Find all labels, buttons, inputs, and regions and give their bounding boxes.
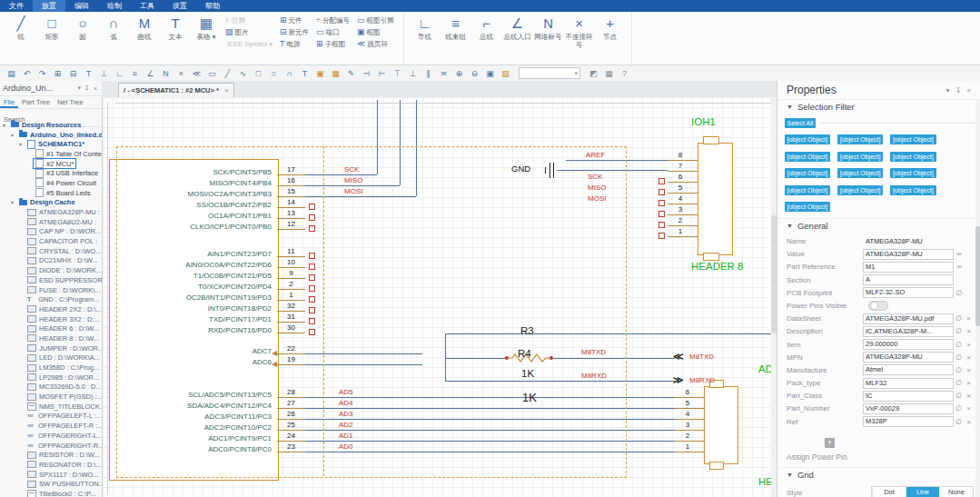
curve-icon[interactable]: ∿: [235, 66, 251, 81]
place-new-part-icon[interactable]: ⊟: [65, 66, 81, 81]
net-label-sck[interactable]: SCK: [344, 165, 359, 174]
net-label-mosi-2[interactable]: MOSI: [588, 194, 606, 203]
align-left-icon[interactable]: ⊣: [359, 66, 374, 81]
ribbon-tool[interactable]: + 节点: [595, 15, 626, 49]
selection-filter-icon[interactable]: ◩: [586, 66, 601, 81]
ribbon-tool-small[interactable]: ÷分配编号: [316, 15, 350, 26]
filter-chip[interactable]: [object Object]: [890, 185, 936, 195]
link-icon[interactable]: ∞: [954, 250, 965, 258]
filter-chip[interactable]: [object Object]: [785, 134, 831, 144]
tree-item[interactable]: OFFPAGELEFT-L :...: [0, 412, 102, 422]
net-label-mosi[interactable]: MOSI: [344, 187, 362, 195]
tree-item[interactable]: OFFPAGERIGHT-L...: [0, 431, 102, 441]
property-value-input[interactable]: Atmel: [863, 364, 954, 375]
tree-item[interactable]: ESD SUPPRESSOR...: [0, 275, 102, 285]
visibility-eye-icon[interactable]: ∅: [954, 366, 964, 374]
net-label-ad2[interactable]: AD2: [339, 421, 353, 429]
place-power-icon[interactable]: ⊥: [96, 66, 112, 81]
zoom-fit-icon[interactable]: ▣: [482, 66, 498, 81]
menu-item[interactable]: 绘制: [98, 0, 131, 12]
ribbon-tool-small[interactable]: ▣框图: [357, 26, 394, 38]
filter-chip[interactable]: [object Object]: [785, 152, 831, 162]
delete-property-icon[interactable]: ×: [964, 327, 974, 335]
net-label-ad0[interactable]: AD0: [339, 442, 353, 451]
add-property-button[interactable]: +: [825, 438, 835, 448]
expander-icon[interactable]: ▾: [11, 132, 17, 138]
line-icon[interactable]: ╱: [220, 66, 235, 81]
property-value-input[interactable]: VxP-00029: [863, 403, 954, 414]
tree-item[interactable]: ▾ Design Resources: [0, 120, 102, 130]
property-value-input[interactable]: ATMEGA328P-MU: [863, 352, 954, 363]
ribbon-tool[interactable]: ○ 圆: [67, 15, 98, 41]
image-icon[interactable]: ▨: [498, 66, 513, 81]
expander-icon[interactable]: ▾: [11, 199, 17, 205]
project-panel-tab[interactable]: Net Tree: [54, 96, 87, 108]
tree-item[interactable]: ▾ Design Cache: [0, 198, 102, 208]
header-pin[interactable]: 1: [658, 229, 700, 240]
menu-item[interactable]: 编辑: [65, 0, 98, 12]
net-label-aref[interactable]: AREF: [586, 151, 605, 159]
ribbon-tool-small[interactable]: T电源: [280, 38, 309, 50]
property-value-input[interactable]: IC: [863, 391, 954, 402]
ribbon-tool-small[interactable]: ▨图片: [225, 26, 272, 38]
tree-item[interactable]: TitleBlock0 : C:\P...: [0, 489, 102, 497]
dock-menu-icon[interactable]: ▾: [944, 86, 953, 94]
dock-close-icon[interactable]: ×: [964, 86, 974, 94]
segmented-option[interactable]: Line: [906, 487, 939, 497]
filter-chip[interactable]: [object Object]: [785, 202, 831, 212]
header-pin[interactable]: 1: [672, 444, 708, 455]
ref-r4[interactable]: R4: [518, 348, 531, 359]
ribbon-tool[interactable]: N 网络标号: [533, 15, 564, 49]
visibility-eye-icon[interactable]: ∅: [954, 392, 964, 400]
quickbar-combobox[interactable]: ▾: [519, 67, 580, 79]
delete-property-icon[interactable]: ×: [964, 366, 974, 374]
value-r3[interactable]: 1K: [522, 391, 537, 404]
net-label-ad5[interactable]: AD5: [339, 388, 353, 396]
property-value-input[interactable]: MLF2-32-SO: [863, 287, 954, 298]
align-top-icon[interactable]: ⊤: [390, 66, 405, 81]
distribute-h-icon[interactable]: ∥: [421, 66, 436, 81]
ribbon-tool[interactable]: ∩ 弧: [98, 15, 129, 41]
tree-item[interactable]: RESONATOR : D:\...: [0, 460, 102, 470]
ribbon-tool[interactable]: M 曲线: [129, 15, 160, 41]
visibility-eye-icon[interactable]: ∅: [954, 289, 965, 297]
offpage-right-icon[interactable]: ≫: [673, 374, 684, 386]
grid-section-header[interactable]: ▼ Grid: [777, 467, 980, 482]
value-header-8[interactable]: HEADER 8: [691, 261, 744, 272]
delete-property-icon[interactable]: ×: [964, 404, 974, 413]
ribbon-tool[interactable]: T 文本: [160, 15, 191, 41]
edit-icon[interactable]: ✎: [343, 66, 359, 81]
offpage-m8rxd-label[interactable]: M8RXD: [689, 376, 715, 384]
tree-item[interactable]: #3 USB Interface: [0, 168, 102, 178]
filter-chip[interactable]: [object Object]: [837, 168, 884, 178]
ref-r3[interactable]: R3: [520, 325, 534, 336]
tab-close-icon[interactable]: ×: [224, 86, 229, 94]
assign-power-pin-link[interactable]: Assign Power Pin: [777, 449, 980, 467]
tree-item[interactable]: SW PUSHBUTTON...: [0, 479, 102, 489]
tree-item[interactable]: CAP NP : D:\WOR...: [0, 227, 102, 237]
delete-property-icon[interactable]: ×: [964, 314, 974, 323]
general-section-header[interactable]: ▼ General: [777, 218, 980, 233]
place-wire-icon[interactable]: ∟: [112, 66, 127, 81]
tree-item[interactable]: MC33269D-5.0 : D...: [0, 383, 102, 393]
scrollbar-thumb[interactable]: [975, 226, 980, 326]
port-icon[interactable]: ▭: [204, 66, 220, 81]
paste-icon[interactable]: ▦: [328, 66, 343, 81]
filter-chip[interactable]: [object Object]: [890, 134, 936, 144]
ribbon-tool-small[interactable]: ⊦管脚: [225, 15, 272, 26]
filter-chip[interactable]: [object Object]: [890, 152, 936, 162]
header8-symbol-body[interactable]: [698, 143, 733, 255]
ribbon-tool[interactable]: × 不连接符号: [564, 15, 595, 49]
project-panel-tab[interactable]: File: [0, 96, 18, 108]
align-right-icon[interactable]: ⊢: [374, 66, 390, 81]
ribbon-tool-small[interactable]: ⊟新元件: [280, 26, 309, 38]
net-label-ad1[interactable]: AD1: [339, 432, 353, 440]
selection-filter-section-header[interactable]: ▼ Selection Filter: [777, 99, 980, 114]
tree-item[interactable]: LM358D : C:\Prog...: [0, 363, 102, 373]
tree-item[interactable]: CRYSTAL : D:\WO...: [0, 246, 102, 256]
tree-item[interactable]: #2 MCU*: [0, 159, 102, 169]
net-label-ad4[interactable]: AD4: [339, 399, 353, 407]
ribbon-tool-small[interactable]: ≪跳页符: [357, 38, 394, 50]
visibility-eye-icon[interactable]: ∅: [954, 353, 964, 362]
property-value-input[interactable]: 29.000000: [863, 339, 954, 350]
